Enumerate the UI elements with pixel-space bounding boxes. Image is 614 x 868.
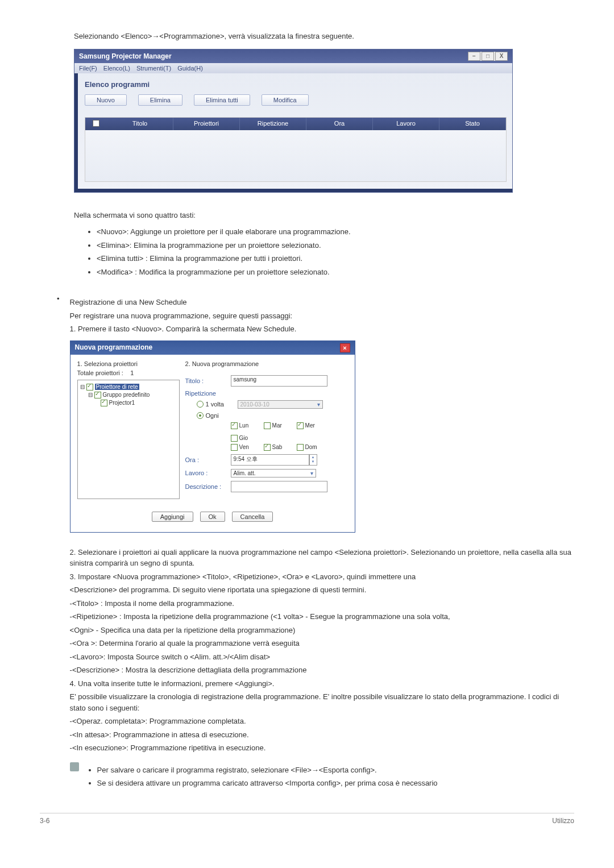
day-sab: Sab: [272, 444, 283, 450]
col-lavoro: Lavoro: [373, 118, 439, 130]
col-ripetizione: Ripetizione: [240, 118, 306, 130]
spin-up-icon[interactable]: ▲: [310, 455, 317, 459]
ok-button[interactable]: Ok: [200, 512, 225, 522]
menu-strumenti[interactable]: Strumenti(T): [136, 65, 171, 72]
desc-ora: -<Ora >: Determina l'orario al quale la …: [70, 638, 574, 649]
col-titolo: Titolo: [107, 118, 173, 130]
nuova-programmazione-dialog: Nuova programmazione × 1. Seleziona proi…: [70, 340, 355, 533]
elimina-button[interactable]: Elimina: [138, 94, 182, 106]
day-mer-checkbox[interactable]: [297, 422, 304, 429]
totale-value: 1: [130, 369, 134, 376]
projector-tree[interactable]: ⊟Proiettore di rete ⊟Gruppo predefinito …: [77, 380, 180, 499]
step2-text: 2. Selezionare i proiettori ai quali app…: [70, 547, 574, 569]
menu-bar: File(F) Elenco(L) Strumenti(T) Guida(H): [74, 63, 512, 73]
lavoro-dropdown[interactable]: Alim. att.▾: [231, 469, 316, 477]
day-dom-checkbox[interactable]: [297, 444, 304, 451]
status-completata: -<Operaz. completata>: Programmazione co…: [70, 716, 574, 727]
day-mar: Mar: [272, 422, 282, 429]
select-all-checkbox[interactable]: [85, 118, 107, 130]
caret-icon: ▾: [317, 401, 320, 408]
close-button[interactable]: X: [495, 52, 508, 61]
caret-icon: ▾: [310, 470, 313, 476]
day-mer: Mer: [305, 422, 315, 429]
window-title: Samsung Projector Manager: [79, 52, 172, 60]
step3a-text: 3. Impostare <Nuova programmazione> <Tit…: [70, 571, 574, 583]
tree-item-checkbox[interactable]: [101, 400, 107, 406]
ora-input[interactable]: 9:54 오후: [231, 454, 309, 466]
spin-down-icon[interactable]: ▼: [310, 459, 317, 464]
desc-ogni: <Ogni> - Specifica una data per la ripet…: [70, 625, 574, 636]
minimize-button[interactable]: −: [468, 52, 480, 61]
day-dom: Dom: [305, 444, 317, 450]
bullet-nuovo: <Nuovo>: Aggiunge un proiettore per il q…: [97, 226, 574, 238]
ripetizione-label: Ripetizione: [185, 390, 231, 397]
section-title: Elenco programmi: [85, 80, 505, 89]
date-dropdown-disabled: 2010-03-10▾: [238, 400, 323, 409]
section1-label: 1. Seleziona proiettori: [77, 360, 180, 367]
footer-page-number: 3-6: [40, 817, 49, 825]
footer-section-name: Utilizzo: [552, 817, 574, 825]
desc-ripetizione: -<Ripetizione> : Imposta la ripetizione …: [70, 611, 574, 622]
menu-guida[interactable]: Guida(H): [177, 65, 203, 72]
desc-descrizione: -<Descrizione> : Mostra la descrizione d…: [70, 665, 574, 676]
desc-lavoro: -<Lavoro>: Imposta Source switch o <Alim…: [70, 651, 574, 663]
registration-p1: Per registrare una nuova programmazione,…: [70, 310, 574, 322]
lavoro-label: Lavoro :: [185, 470, 231, 476]
note-1: Per salvare o caricare il programma regi…: [97, 765, 438, 776]
tasti-intro: Nella schermata vi sono quattro tasti:: [74, 210, 574, 221]
day-gio-checkbox[interactable]: [231, 435, 238, 442]
note-icon: [70, 762, 79, 771]
cancella-button[interactable]: Cancella: [232, 512, 273, 522]
radio-ogni-label: Ogni: [206, 412, 219, 419]
totale-label: Totale proiettori :: [77, 369, 123, 376]
window-titlebar: Samsung Projector Manager − □ X: [74, 49, 512, 63]
day-mar-checkbox[interactable]: [264, 422, 271, 429]
dialog-close-button[interactable]: ×: [340, 343, 350, 352]
nuovo-button[interactable]: Nuovo: [85, 94, 127, 106]
tree-group-checkbox[interactable]: [94, 392, 101, 398]
day-gio: Gio: [239, 435, 248, 441]
day-lun-checkbox[interactable]: [231, 422, 238, 429]
status-esecuzione: -<In esecuzione>: Programmazione ripetit…: [70, 742, 574, 754]
day-ven-checkbox[interactable]: [231, 444, 238, 451]
dialog-titlebar: Nuova programmazione ×: [70, 341, 355, 355]
day-lun: Lun: [239, 422, 249, 429]
elimina-tutti-button[interactable]: Elimina tutti: [194, 94, 250, 106]
program-table: Titolo Proiettori Ripetizione Ora Lavoro…: [85, 117, 507, 182]
note-2: Se si desidera attivare un programma car…: [97, 778, 438, 789]
col-ora: Ora: [306, 118, 373, 130]
tree-group[interactable]: Gruppo predefinito: [103, 392, 150, 398]
radio-ogni[interactable]: [197, 412, 204, 419]
aggiungi-button[interactable]: Aggiungi: [152, 512, 193, 522]
tree-root-checkbox[interactable]: [86, 384, 93, 391]
tree-root[interactable]: Proiettore di rete: [95, 384, 139, 390]
descrizione-label: Descrizione :: [185, 483, 231, 490]
descrizione-input[interactable]: [231, 481, 327, 492]
radio-1volta-label: 1 volta: [206, 401, 238, 408]
time-spinner[interactable]: ▲ ▼: [309, 454, 317, 466]
window-controls: − □ X: [468, 52, 508, 61]
bullet-elimina-tutti: <Elimina tutti> : Elimina la programmazi…: [97, 253, 574, 264]
intro-text: Selezionando <Elenco>→<Programmazione>, …: [74, 31, 574, 42]
maximize-button[interactable]: □: [482, 52, 494, 61]
dialog-title: Nuova programmazione: [75, 343, 153, 352]
table-body-empty: [85, 130, 506, 181]
menu-elenco[interactable]: Elenco(L): [103, 65, 130, 72]
step3b-text: <Descrizione> del programma. Di seguito …: [70, 584, 574, 596]
titolo-input[interactable]: samsung: [231, 375, 327, 387]
step4-text: 4. Una volta inserite tutte le informazi…: [70, 678, 574, 690]
tree-item[interactable]: Projector1: [109, 400, 135, 406]
status-attesa: -<In attesa>: Programmazione in attesa d…: [70, 729, 574, 741]
desc-titolo: -<Titolo> : Imposta il nome della progra…: [70, 598, 574, 609]
history-text: E' possibile visualizzare la cronologia …: [70, 691, 574, 713]
modifica-button[interactable]: Modifica: [262, 94, 309, 106]
day-sab-checkbox[interactable]: [264, 444, 271, 451]
radio-1volta[interactable]: [197, 401, 204, 408]
col-stato: Stato: [439, 118, 506, 130]
registration-heading: Registrazione di una New Schedule: [70, 297, 574, 308]
registration-p2: 1. Premere il tasto <Nuovo>. Comparirà l…: [70, 323, 574, 335]
bullet-elimina: <Elimina>: Elimina la programmazione per…: [97, 240, 574, 251]
menu-file[interactable]: File(F): [79, 65, 97, 72]
bullet-modifica: <Modifica> : Modifica la programmazione …: [97, 267, 574, 278]
day-ven: Ven: [239, 444, 249, 450]
